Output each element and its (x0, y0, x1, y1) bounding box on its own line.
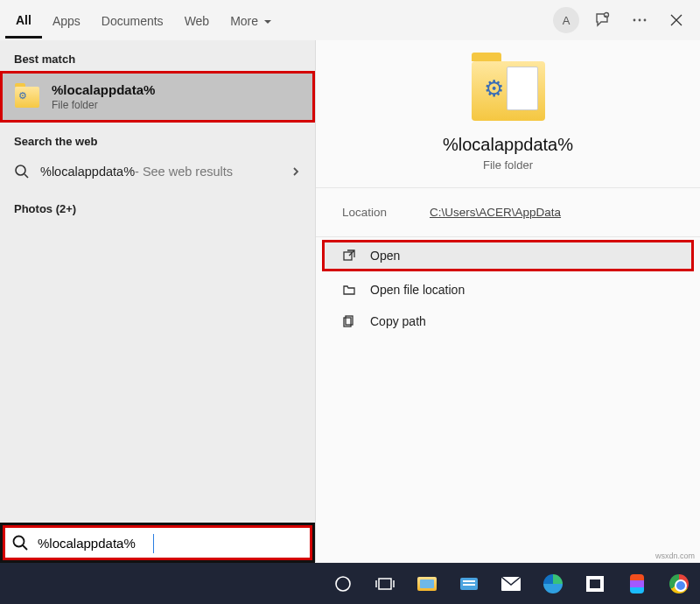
figma-icon (630, 574, 644, 593)
close-icon (670, 14, 682, 26)
svg-rect-13 (463, 584, 475, 586)
preview-panel: ⚙ %localappdata% File folder Location C:… (315, 40, 700, 562)
location-value[interactable]: C:\Users\ACER\AppData (430, 206, 561, 219)
action-open[interactable]: Open (322, 240, 694, 271)
section-search-web: Search the web (0, 123, 315, 153)
tab-all[interactable]: All (5, 3, 42, 39)
preview-folder-icon: ⚙ (472, 61, 545, 121)
svg-point-1 (634, 19, 636, 22)
web-result-term: %localappdata% (40, 165, 135, 179)
folder-open-icon (342, 283, 356, 297)
web-result-suffix: - See web results (135, 165, 233, 179)
best-match-subtitle: File folder (52, 99, 155, 111)
more-options-button[interactable] (621, 2, 658, 39)
search-box[interactable] (0, 523, 315, 563)
chrome-icon (669, 574, 689, 593)
taskbar-app-1[interactable] (458, 573, 480, 594)
taskbar-explorer[interactable] (416, 573, 438, 594)
explorer-icon (417, 577, 437, 591)
close-button[interactable] (658, 2, 695, 39)
section-photos[interactable]: Photos (2+) (0, 190, 315, 221)
action-copy-path-label: Copy path (370, 314, 426, 328)
tab-more[interactable]: More (220, 4, 283, 37)
preview-subtitle: File folder (333, 158, 682, 172)
chevron-down-icon (263, 18, 272, 26)
section-best-match: Best match (0, 40, 315, 71)
taskbar (0, 563, 700, 604)
account-avatar[interactable]: A (548, 2, 584, 39)
app-icon (460, 575, 478, 593)
best-match-result[interactable]: ⚙ %localappdata% File folder (0, 71, 315, 123)
open-icon (342, 249, 356, 263)
ellipsis-icon (632, 12, 648, 28)
avatar-initial: A (553, 7, 579, 33)
mail-icon (501, 577, 521, 591)
svg-point-2 (639, 19, 641, 22)
text-caret (153, 534, 154, 553)
web-result-row[interactable]: %localappdata% - See web results (0, 153, 315, 190)
copy-icon (342, 314, 356, 328)
folder-icon: ⚙ (15, 87, 39, 108)
taskbar-figma[interactable] (626, 573, 648, 594)
feedback-icon (594, 11, 612, 29)
location-row: Location C:\Users\ACER\AppData (316, 188, 700, 237)
svg-point-9 (336, 577, 350, 591)
tab-web[interactable]: Web (174, 4, 220, 37)
location-label: Location (342, 206, 430, 219)
search-icon (14, 164, 30, 179)
edge-icon (543, 574, 563, 593)
action-open-location-label: Open file location (370, 283, 465, 297)
taskbar-chrome[interactable] (668, 573, 690, 594)
action-open-file-location[interactable]: Open file location (316, 274, 700, 306)
action-open-label: Open (370, 249, 400, 263)
taskbar-taskview[interactable] (374, 573, 396, 594)
tab-more-label: More (230, 14, 258, 28)
taskbar-store[interactable] (584, 573, 606, 594)
feedback-button[interactable] (584, 2, 621, 39)
taskview-icon (375, 576, 395, 592)
svg-rect-10 (379, 579, 391, 589)
results-panel: Best match ⚙ %localappdata% File folder … (0, 40, 315, 562)
search-tabs: All Apps Documents Web More A (0, 0, 700, 40)
store-icon (586, 576, 604, 592)
best-match-title: %localappdata% (52, 82, 155, 97)
tab-apps[interactable]: Apps (42, 4, 91, 37)
taskbar-edge[interactable] (542, 573, 564, 594)
watermark: wsxdn.com (655, 551, 695, 560)
search-input[interactable] (38, 536, 304, 551)
chevron-right-icon (290, 166, 301, 177)
svg-point-3 (644, 19, 647, 22)
svg-rect-12 (463, 580, 475, 582)
cortana-icon (334, 575, 352, 593)
taskbar-mail[interactable] (500, 573, 522, 594)
taskbar-cortana[interactable] (332, 573, 354, 594)
action-copy-path[interactable]: Copy path (316, 306, 700, 337)
svg-rect-5 (344, 252, 352, 260)
preview-title: %localappdata% (333, 135, 682, 155)
tab-documents[interactable]: Documents (91, 4, 174, 37)
search-icon (11, 534, 29, 551)
svg-point-4 (16, 165, 25, 175)
svg-point-8 (14, 537, 24, 547)
